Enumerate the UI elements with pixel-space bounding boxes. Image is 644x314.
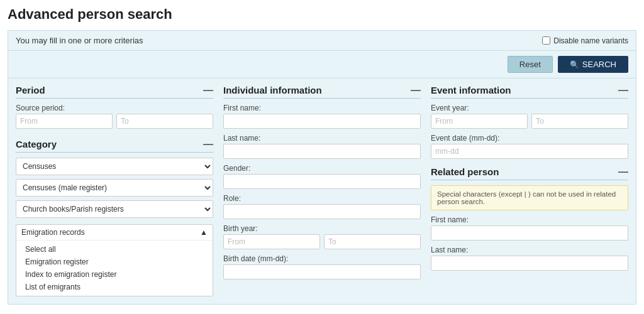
main-content: Period — Source period: Category — Censu… <box>8 78 636 305</box>
individual-column: Individual information — First name: Las… <box>223 85 421 296</box>
individual-birthyear-row <box>223 234 421 249</box>
search-button-label: SEARCH <box>582 60 616 69</box>
event-section-header: Event information — <box>431 85 628 99</box>
period-column: Period — Source period: Category — Censu… <box>16 85 213 296</box>
emigration-records-label: Emigration records <box>21 228 85 237</box>
top-bar-hint: You may fill in one or more criterias <box>16 36 143 45</box>
individual-lastname-field: Last name: <box>223 134 421 159</box>
individual-section-header: Individual information — <box>223 85 421 99</box>
category-dropdown-3[interactable]: Church books/Parish registers <box>16 200 213 218</box>
page-wrapper: Advanced person search You may fill in o… <box>0 0 644 311</box>
individual-birthdate-label: Birth date (mm-dd): <box>223 254 421 263</box>
event-year-to-input[interactable] <box>531 114 628 129</box>
individual-birthyear-field: Birth year: <box>223 224 421 249</box>
event-column: Event information — Event year: Event da… <box>431 85 628 296</box>
category-title: Category <box>16 139 57 149</box>
source-period-row <box>16 114 213 129</box>
event-date-label: Event date (mm-dd): <box>431 134 628 143</box>
event-title: Event information <box>431 85 511 95</box>
individual-lastname-label: Last name: <box>223 134 421 143</box>
source-period-field: Source period: <box>16 104 213 129</box>
event-year-label: Event year: <box>431 104 628 112</box>
related-person-firstname-label: First name: <box>431 215 628 224</box>
category-dropdown-1[interactable]: Censuses <box>16 158 213 175</box>
individual-gender-label: Gender: <box>223 164 421 173</box>
individual-role-field: Role: <box>223 194 421 219</box>
individual-gender-input[interactable] <box>223 174 421 189</box>
individual-role-input[interactable] <box>223 204 421 219</box>
individual-role-label: Role: <box>223 194 421 203</box>
individual-lastname-input[interactable] <box>223 144 421 159</box>
reset-button[interactable]: Reset <box>508 56 553 73</box>
source-period-from-input[interactable] <box>16 114 113 129</box>
source-period-label: Source period: <box>16 104 213 112</box>
search-button[interactable]: 🔍 SEARCH <box>558 56 628 73</box>
category-dropdown-2[interactable]: Censuses (male register) <box>16 179 213 197</box>
disable-name-variants-label[interactable]: Disable name variants <box>542 36 628 45</box>
related-person-notice: Special characters (except | ) can not b… <box>431 185 628 210</box>
emigration-items-list: Select all Emigration register Index to … <box>16 241 213 296</box>
individual-gender-field: Gender: <box>223 164 421 189</box>
emigration-index-item[interactable]: Index to emigration register <box>16 268 213 281</box>
emigration-register-item[interactable]: Emigration register <box>16 256 213 268</box>
individual-title: Individual information <box>223 85 322 95</box>
related-person-firstname-input[interactable] <box>431 225 628 241</box>
period-section-header: Period — <box>16 85 213 99</box>
individual-birthyear-label: Birth year: <box>223 224 421 233</box>
emigration-chevron-icon: ▲ <box>200 228 208 237</box>
related-person-section-header: Related person — <box>431 166 628 180</box>
individual-firstname-label: First name: <box>223 104 421 112</box>
related-person-lastname-input[interactable] <box>431 256 628 271</box>
event-year-row <box>431 114 628 129</box>
source-period-to-input[interactable] <box>116 114 213 129</box>
event-date-field: Event date (mm-dd): <box>431 134 628 159</box>
individual-firstname-input[interactable] <box>223 114 421 129</box>
emigration-dropdown: Emigration records ▲ Select all Emigrati… <box>16 224 213 296</box>
category-collapse-button[interactable]: — <box>203 139 213 149</box>
individual-birthdate-input[interactable] <box>223 264 421 279</box>
individual-collapse-button[interactable]: — <box>411 85 421 95</box>
related-person-firstname-field: First name: <box>431 215 628 241</box>
period-collapse-button[interactable]: — <box>203 85 213 95</box>
search-icon: 🔍 <box>570 60 579 69</box>
individual-birthyear-from-input[interactable] <box>223 234 320 249</box>
disable-name-variants-text: Disable name variants <box>553 36 628 45</box>
individual-firstname-field: First name: <box>223 104 421 129</box>
related-person-lastname-field: Last name: <box>431 246 628 271</box>
individual-birthdate-field: Birth date (mm-dd): <box>223 254 421 279</box>
emigration-list-item[interactable]: List of emigrants <box>16 281 213 293</box>
toolbar: Reset 🔍 SEARCH <box>8 51 636 78</box>
emigration-select-all[interactable]: Select all <box>16 243 213 256</box>
individual-birthyear-to-input[interactable] <box>324 234 421 249</box>
category-section-header: Category — <box>16 139 213 153</box>
period-title: Period <box>16 85 45 95</box>
event-year-from-input[interactable] <box>431 114 528 129</box>
related-person-lastname-label: Last name: <box>431 246 628 254</box>
event-date-input[interactable] <box>431 144 628 159</box>
emigration-dropdown-header[interactable]: Emigration records ▲ <box>16 225 213 241</box>
event-collapse-button[interactable]: — <box>618 85 628 95</box>
disable-name-variants-checkbox[interactable] <box>542 36 550 45</box>
top-bar: You may fill in one or more criterias Di… <box>8 30 636 51</box>
event-year-field: Event year: <box>431 104 628 129</box>
related-person-title: Related person <box>431 166 499 177</box>
related-person-collapse-button[interactable]: — <box>618 167 628 177</box>
page-title: Advanced person search <box>8 6 636 23</box>
